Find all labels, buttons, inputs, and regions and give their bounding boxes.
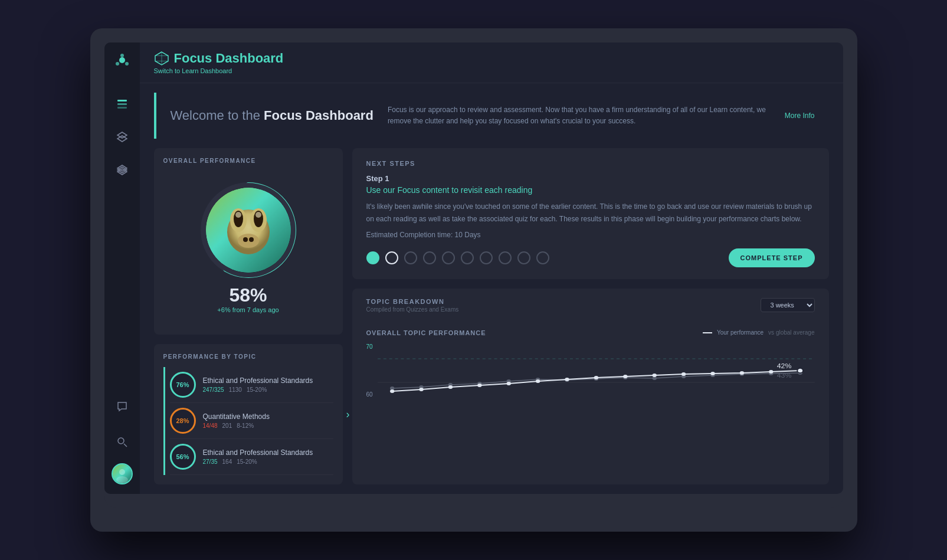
topic-item-0: 76% Ethical and Professional Standards 2…: [170, 367, 333, 403]
step-dot-7[interactable]: [499, 251, 512, 264]
line-chart-svg: 42% 43%: [378, 341, 815, 406]
header-subtitle: Switch to Learn Dashboard: [154, 67, 284, 74]
topic-name-1: Quantitative Methods: [203, 412, 270, 421]
performance-center: 58% +6% from 7 days ago: [163, 171, 333, 325]
svg-point-15: [119, 469, 125, 475]
performance-percent: 58%: [229, 284, 267, 306]
svg-point-28: [235, 212, 241, 218]
step-dot-9[interactable]: [536, 251, 549, 264]
sidebar-logo: [114, 52, 130, 71]
you-line-indicator: [703, 332, 712, 333]
svg-point-2: [116, 62, 119, 66]
sidebar-icon-layers2[interactable]: [112, 126, 133, 148]
topic-item-1: 28% Quantitative Methods 14/48 201 8-12%: [170, 403, 333, 439]
svg-point-56: [652, 374, 656, 377]
next-steps-card: NEXT STEPS Step 1 Use our Focus content …: [352, 148, 829, 279]
topic-stats-2: 27/35 164 15-20%: [203, 459, 313, 465]
svg-point-53: [565, 378, 569, 381]
circle-avatar-bg: [201, 183, 296, 277]
complete-step-button[interactable]: COMPLETE STEP: [729, 248, 815, 267]
chart-header-row: OVERALL TOPIC PERFORMANCE Your performan…: [366, 329, 815, 336]
topic-info-1: Quantitative Methods 14/48 201 8-12%: [203, 412, 270, 429]
step-dot-0[interactable]: [366, 251, 379, 264]
svg-point-1: [120, 54, 124, 57]
y-label-70: 70: [366, 343, 373, 350]
step-dot-1[interactable]: [385, 251, 398, 264]
sidebar: [104, 42, 140, 494]
circle-avatar: [206, 188, 291, 273]
step-time: Estimated Completion time: 10 Days: [366, 231, 815, 239]
svg-point-52: [536, 379, 540, 383]
overall-performance-card: OVERALL PERFORMANCE: [154, 148, 343, 335]
svg-point-55: [623, 375, 627, 378]
step-dot-8[interactable]: [517, 251, 530, 264]
svg-point-25: [238, 234, 259, 248]
topic-section-title: PERFORMANCE BY TOPIC: [163, 353, 333, 360]
svg-point-16: [116, 476, 128, 483]
chart-wrapper: 70 60: [366, 341, 815, 406]
time-selector[interactable]: 3 weeks 1 week 1 month 3 months: [761, 298, 815, 312]
performance-change: +6% from 7 days ago: [217, 306, 278, 313]
svg-point-50: [477, 384, 481, 387]
svg-point-3: [125, 62, 129, 66]
header-logo: Focus Dashboard: [154, 51, 284, 66]
app-layout: Focus Dashboard Switch to Learn Dashboar…: [104, 42, 843, 494]
svg-point-61: [797, 368, 803, 373]
topic-stats-0: 247/325 1130 15-20%: [203, 387, 313, 393]
svg-point-27: [249, 237, 254, 242]
topic-breakdown-header: TOPIC BREAKDOWN Compiled from Quizzes an…: [366, 298, 815, 313]
breakdown-title: TOPIC BREAKDOWN: [366, 298, 459, 305]
svg-point-12: [118, 438, 124, 444]
breakdown-title-group: TOPIC BREAKDOWN Compiled from Quizzes an…: [366, 298, 459, 313]
step-dot-4[interactable]: [442, 251, 455, 264]
svg-marker-10: [117, 167, 127, 173]
step-description: It's likely been awhile since you've tou…: [366, 201, 815, 225]
chart-area: OVERALL TOPIC PERFORMANCE Your performan…: [366, 322, 815, 406]
svg-point-58: [710, 372, 715, 375]
topic-list: 76% Ethical and Professional Standards 2…: [163, 367, 333, 475]
header-brand: Focus Dashboard Switch to Learn Dashboar…: [154, 51, 284, 74]
avatar[interactable]: [112, 463, 133, 484]
breakdown-subtitle: Compiled from Quizzes and Exams: [366, 306, 459, 313]
left-panel: OVERALL PERFORMANCE: [154, 148, 343, 484]
topic-breakdown-card: TOPIC BREAKDOWN Compiled from Quizzes an…: [352, 289, 829, 484]
topic-info-0: Ethical and Professional Standards 247/3…: [203, 376, 313, 393]
topic-item-2: 56% Ethical and Professional Standards 2…: [170, 439, 333, 475]
topic-circle-0: 76%: [170, 372, 196, 398]
laptop-shell: Focus Dashboard Switch to Learn Dashboar…: [90, 28, 857, 532]
app-title: Focus Dashboard: [174, 51, 284, 66]
svg-rect-4: [117, 100, 127, 101]
more-info-link[interactable]: More Info: [785, 112, 815, 120]
chart-legend: Your performance vs global average: [703, 329, 815, 336]
svg-point-57: [681, 372, 686, 376]
step-dot-5[interactable]: [461, 251, 474, 264]
welcome-description: Focus is our approach to review and asse…: [388, 104, 771, 127]
svg-point-59: [739, 371, 743, 375]
step-dot-6[interactable]: [480, 251, 493, 264]
sidebar-icon-layers1[interactable]: [112, 93, 133, 114]
header: Focus Dashboard Switch to Learn Dashboar…: [140, 42, 843, 83]
right-panel: NEXT STEPS Step 1 Use our Focus content …: [352, 148, 829, 484]
step-link[interactable]: Use our Focus content to revisit each re…: [366, 185, 815, 195]
svg-point-48: [419, 388, 423, 391]
welcome-banner: Welcome to the Focus Dashboard Focus is …: [154, 93, 829, 139]
svg-line-13: [124, 444, 127, 447]
svg-rect-6: [117, 107, 127, 109]
step-number: Step 1: [366, 174, 815, 183]
sidebar-icon-layers3[interactable]: [112, 159, 133, 181]
sidebar-bottom: [112, 392, 133, 484]
search-icon[interactable]: [112, 431, 133, 453]
svg-point-26: [243, 237, 248, 242]
svg-point-49: [448, 385, 452, 389]
scroll-right-arrow[interactable]: ›: [346, 408, 350, 421]
svg-marker-7: [117, 132, 127, 138]
step-dot-3[interactable]: [423, 251, 436, 264]
step-dot-2[interactable]: [404, 251, 417, 264]
performance-title: OVERALL PERFORMANCE: [163, 158, 333, 164]
chat-icon[interactable]: [112, 396, 133, 417]
y-label-60: 60: [366, 391, 373, 398]
next-steps-title: NEXT STEPS: [366, 160, 815, 167]
svg-text:43%: 43%: [776, 372, 791, 379]
welcome-title: Welcome to the Focus Dashboard: [171, 108, 373, 123]
overall-topic-label: OVERALL TOPIC PERFORMANCE: [366, 329, 486, 336]
